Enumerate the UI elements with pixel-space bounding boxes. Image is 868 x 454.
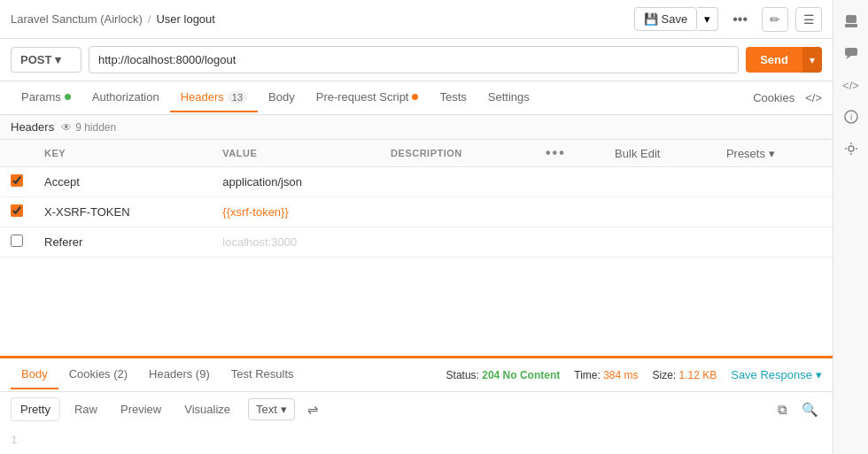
- hidden-count: 9 hidden: [75, 121, 116, 134]
- svg-point-6: [849, 146, 854, 151]
- row1-extra3: [716, 167, 833, 197]
- more-options-button[interactable]: •••: [725, 8, 755, 31]
- tab-headers[interactable]: Headers 13: [170, 83, 258, 112]
- send-button[interactable]: Send: [746, 47, 802, 73]
- headers-table: KEY VALUE DESCRIPTION ••• Bulk Edit Pres…: [0, 140, 833, 356]
- send-dropdown-button[interactable]: ▾: [802, 47, 822, 73]
- method-chevron: ▾: [55, 53, 61, 66]
- svg-point-8: [850, 153, 852, 155]
- row3-checkbox[interactable]: [11, 235, 23, 247]
- format-raw[interactable]: Raw: [66, 398, 106, 420]
- chevron-down-icon: ▾: [704, 12, 710, 26]
- sidebar-person-icon[interactable]: [837, 7, 865, 35]
- format-pretty[interactable]: Pretty: [11, 397, 60, 421]
- response-tab-test-results[interactable]: Test Results: [221, 360, 305, 389]
- table-row: X-XSRF-TOKEN {{xsrf-token}}: [0, 197, 833, 227]
- svg-rect-1: [845, 24, 857, 27]
- row1-checkbox-cell[interactable]: [0, 167, 34, 197]
- response-status: Status: 204 No Content Time: 384 ms Size…: [446, 368, 822, 381]
- svg-point-7: [850, 142, 852, 144]
- tab-settings[interactable]: Settings: [477, 83, 540, 112]
- row1-value[interactable]: application/json: [212, 167, 380, 197]
- breadcrumb-parent[interactable]: Laravel Sanctum (Airlock): [11, 12, 143, 26]
- row3-description[interactable]: [380, 227, 535, 258]
- row1-key[interactable]: Accept: [34, 167, 212, 197]
- send-chevron-icon: ▾: [810, 54, 815, 66]
- response-tab-cookies-label: Cookies (2): [69, 367, 128, 381]
- svg-text:i: i: [850, 112, 852, 122]
- tab-authorization[interactable]: Authorization: [81, 83, 170, 112]
- tab-prerequest-label: Pre-request Script: [316, 90, 409, 104]
- save-label: Save: [662, 12, 688, 26]
- headers-toolbar: Headers 👁 9 hidden: [0, 115, 833, 140]
- response-tab-headers-label: Headers (9): [149, 367, 210, 381]
- row2-description[interactable]: [380, 197, 535, 227]
- tab-params-label: Params: [21, 90, 61, 104]
- tab-prerequest[interactable]: Pre-request Script: [306, 83, 430, 112]
- format-preview[interactable]: Preview: [112, 398, 170, 420]
- row1-checkbox[interactable]: [11, 174, 23, 187]
- row3-extra3: [716, 227, 833, 258]
- xml-icon[interactable]: </>: [805, 91, 822, 104]
- size-static: Size:: [653, 369, 679, 381]
- breadcrumb-separator: /: [148, 12, 151, 26]
- col-bulk-edit[interactable]: Bulk Edit: [604, 140, 716, 167]
- row1-extra2: [604, 167, 716, 197]
- save-response-button[interactable]: Save Response ▾: [731, 368, 822, 381]
- sidebar-info-icon[interactable]: i: [837, 103, 865, 131]
- top-bar: Laravel Sanctum (Airlock) / User logout …: [0, 0, 833, 39]
- row2-value[interactable]: {{xsrf-token}}: [212, 197, 380, 227]
- format-visualize[interactable]: Visualize: [175, 398, 239, 420]
- breadcrumb-current: User logout: [156, 12, 214, 26]
- sidebar-code-icon[interactable]: </>: [837, 71, 865, 99]
- method-select[interactable]: POST ▾: [11, 47, 81, 73]
- cookies-button[interactable]: Cookies: [746, 88, 802, 108]
- response-tab-headers[interactable]: Headers (9): [138, 360, 221, 389]
- time-static: Time:: [574, 369, 603, 381]
- table-row: Referer localhost:3000: [0, 227, 833, 258]
- url-input[interactable]: [89, 46, 739, 73]
- time-value: 384 ms: [603, 369, 638, 381]
- response-tab-cookies[interactable]: Cookies (2): [58, 360, 138, 389]
- text-type-chevron: ▾: [281, 403, 287, 416]
- eye-icon: 👁: [61, 121, 72, 134]
- response-tab-body[interactable]: Body: [11, 360, 58, 389]
- sidebar-settings-icon[interactable]: [837, 135, 865, 163]
- row2-key[interactable]: X-XSRF-TOKEN: [34, 197, 212, 227]
- copy-button[interactable]: ⧉: [774, 398, 791, 421]
- params-dot: [65, 94, 71, 100]
- comment-button[interactable]: ☰: [795, 7, 822, 32]
- prerequest-dot: [412, 94, 418, 100]
- tab-params[interactable]: Params: [11, 83, 81, 112]
- sidebar-comment-icon[interactable]: [837, 39, 865, 67]
- response-body: 1: [0, 427, 833, 454]
- text-type-select[interactable]: Text ▾: [248, 398, 295, 420]
- row3-value[interactable]: localhost:3000: [212, 227, 380, 258]
- breadcrumb: Laravel Sanctum (Airlock) / User logout: [11, 12, 215, 26]
- filter-icon-wrap[interactable]: ⇌: [307, 402, 319, 418]
- bulk-edit-button[interactable]: Bulk Edit: [615, 147, 660, 160]
- row2-checkbox-cell[interactable]: [0, 197, 34, 227]
- col-more[interactable]: •••: [535, 140, 604, 167]
- edit-button[interactable]: ✏: [762, 7, 788, 32]
- row1-extra1: [535, 167, 604, 197]
- presets-chevron: ▾: [769, 147, 775, 160]
- svg-marker-3: [846, 56, 851, 59]
- filter-icon: ⇌: [307, 402, 319, 417]
- tab-tests[interactable]: Tests: [429, 83, 477, 112]
- top-bar-actions: 💾 Save ▾ ••• ✏ ☰: [634, 7, 822, 32]
- presets-button[interactable]: Presets ▾: [726, 147, 775, 160]
- row2-checkbox[interactable]: [11, 204, 23, 217]
- row1-description[interactable]: [380, 167, 535, 197]
- save-button[interactable]: 💾 Save: [634, 7, 698, 31]
- table-row: Accept application/json: [0, 167, 833, 197]
- search-button[interactable]: 🔍: [798, 398, 822, 421]
- bottom-panel: Body Cookies (2) Headers (9) Test Result…: [0, 356, 833, 454]
- response-tab-body-label: Body: [21, 367, 48, 381]
- col-presets[interactable]: Presets ▾: [716, 140, 833, 167]
- row3-checkbox-cell[interactable]: [0, 227, 34, 258]
- tab-body[interactable]: Body: [258, 83, 306, 112]
- status-code: 204 No Content: [482, 369, 560, 381]
- save-dropdown-button[interactable]: ▾: [697, 7, 718, 31]
- row3-key[interactable]: Referer: [34, 227, 212, 258]
